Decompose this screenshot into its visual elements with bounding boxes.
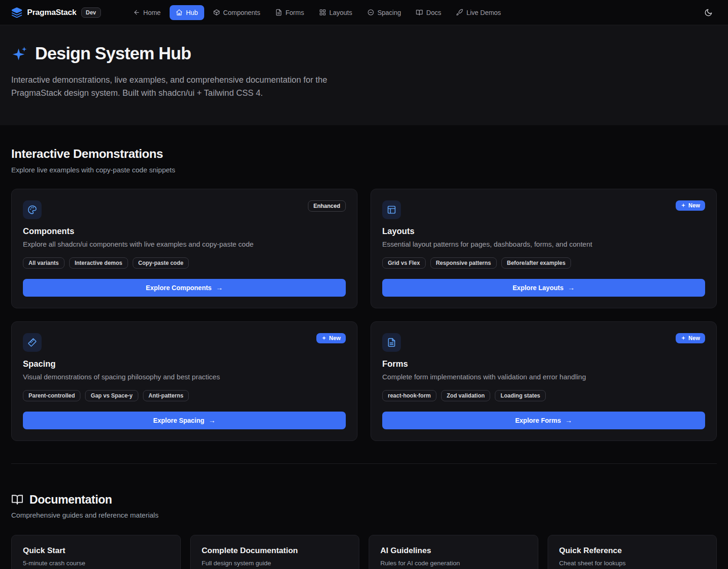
nav-item-home[interactable]: Home: [127, 5, 167, 20]
docs-heading: Documentation: [29, 493, 112, 506]
doc-card-title: Quick Start: [23, 546, 169, 555]
sparkle-icon: [321, 335, 327, 341]
tag-row: react-hook-form Zod validation Loading s…: [382, 390, 705, 401]
cta-label: Explore Components: [146, 284, 212, 292]
badge-label: New: [688, 202, 700, 209]
doc-card-title: Complete Documentation: [202, 546, 348, 555]
nav-item-label: Home: [143, 9, 161, 16]
tag-badge: Parent-controlled: [23, 390, 80, 401]
new-badge: New: [676, 200, 705, 211]
tag-badge: Responsive patterns: [430, 257, 497, 269]
doc-card-title: AI Guidelines: [380, 546, 527, 555]
demo-card-layouts: New Layouts Essential layout patterns fo…: [371, 189, 717, 308]
nav-item-label: Forms: [285, 9, 304, 16]
demos-heading: Interactive Demonstrations: [11, 147, 717, 161]
badge-label: New: [329, 335, 341, 341]
cta-label: Explore Forms: [515, 417, 561, 424]
cta-label: Explore Spacing: [153, 417, 205, 424]
card-description: Explore all shadcn/ui components with li…: [23, 240, 346, 248]
nav-item-label: Spacing: [378, 9, 401, 16]
file-text-icon: [275, 9, 282, 16]
cta-label: Explore Layouts: [513, 284, 564, 292]
demo-card-spacing: New Spacing Visual demonstrations of spa…: [11, 321, 357, 441]
nav-item-layouts[interactable]: Layouts: [313, 5, 358, 20]
nav-item-hub[interactable]: Hub: [170, 5, 204, 20]
layout-panels-icon: [382, 200, 401, 219]
book-open-icon: [11, 493, 23, 505]
explore-components-button[interactable]: Explore Components →: [23, 279, 346, 297]
nav-item-docs[interactable]: Docs: [410, 5, 447, 20]
arrow-right-icon: →: [208, 417, 215, 424]
card-title: Spacing: [23, 359, 346, 369]
env-badge: Dev: [81, 7, 101, 18]
doc-card-quick-start[interactable]: Quick Start 5-minute crash course: [11, 535, 181, 569]
doc-card-ai-guidelines[interactable]: AI Guidelines Rules for AI code generati…: [369, 535, 538, 569]
tag-badge: Anti-patterns: [143, 390, 189, 401]
tag-badge: Before/after examples: [501, 257, 571, 269]
tag-badge: react-hook-form: [382, 390, 436, 401]
doc-card-description: Rules for AI code generation: [380, 560, 527, 567]
nav-item-label: Layouts: [329, 9, 352, 16]
demo-card-forms: New Forms Complete form implementations …: [371, 321, 717, 441]
docs-cards-grid: Quick Start 5-minute crash course Comple…: [11, 535, 717, 569]
demo-card-components: Enhanced Components Explore all shadcn/u…: [11, 189, 357, 308]
nav-item-forms[interactable]: Forms: [269, 5, 310, 20]
tag-badge: Loading states: [495, 390, 546, 401]
docs-subheading: Comprehensive guides and reference mater…: [11, 511, 717, 519]
nav-item-label: Docs: [426, 9, 441, 16]
arrow-right-icon: →: [565, 417, 572, 424]
doc-card-complete-documentation[interactable]: Complete Documentation Full design syste…: [190, 535, 360, 569]
nav-item-label: Components: [223, 9, 260, 16]
explore-spacing-button[interactable]: Explore Spacing →: [23, 412, 346, 429]
doc-card-description: Cheat sheet for lookups: [559, 560, 706, 567]
doc-card-description: 5-minute crash course: [23, 560, 169, 567]
nav-item-live-demos[interactable]: Live Demos: [450, 5, 507, 20]
new-badge: New: [676, 333, 705, 343]
sparkles-icon: [11, 45, 28, 62]
card-description: Essential layout patterns for pages, das…: [382, 240, 705, 248]
rocket-icon: [456, 9, 463, 16]
spacing-icon: [367, 9, 374, 16]
nav-item-label: Live Demos: [466, 9, 501, 16]
tag-badge: Zod validation: [441, 390, 490, 401]
new-badge: New: [316, 333, 346, 343]
page-title: Design System Hub: [35, 44, 191, 64]
doc-card-description: Full design system guide: [202, 560, 348, 567]
home-icon: [176, 9, 183, 16]
tag-row: Parent-controlled Gap vs Space-y Anti-pa…: [23, 390, 346, 401]
ruler-icon: [23, 333, 42, 352]
card-title: Layouts: [382, 227, 705, 236]
nav-item-components[interactable]: Components: [207, 5, 266, 20]
nav-item-spacing[interactable]: Spacing: [361, 5, 407, 20]
sparkle-icon: [681, 203, 686, 208]
doc-card-title: Quick Reference: [559, 546, 706, 555]
card-description: Visual demonstrations of spacing philoso…: [23, 373, 346, 381]
layout-grid-icon: [319, 9, 326, 16]
brand[interactable]: PragmaStack Dev: [11, 7, 101, 18]
book-open-icon: [416, 9, 423, 16]
page-subtitle: Interactive demonstrations, live example…: [11, 74, 359, 100]
package-icon: [213, 9, 220, 16]
tag-row: Grid vs Flex Responsive patterns Before/…: [382, 257, 705, 269]
hero-section: Design System Hub Interactive demonstrat…: [0, 25, 728, 125]
documentation-section: Documentation Comprehensive guides and r…: [0, 464, 728, 569]
layers-logo-icon: [11, 7, 22, 18]
arrow-left-icon: [133, 9, 140, 16]
tag-badge: Gap vs Space-y: [85, 390, 138, 401]
tag-badge: Grid vs Flex: [382, 257, 426, 269]
explore-forms-button[interactable]: Explore Forms →: [382, 412, 705, 429]
nav-item-label: Hub: [186, 9, 198, 16]
explore-layouts-button[interactable]: Explore Layouts →: [382, 279, 705, 297]
arrow-right-icon: →: [216, 284, 223, 291]
file-text-icon: [382, 333, 401, 352]
demos-subheading: Explore live examples with copy-paste co…: [11, 166, 717, 174]
theme-toggle-button[interactable]: [700, 4, 717, 21]
doc-card-quick-reference[interactable]: Quick Reference Cheat sheet for lookups: [548, 535, 717, 569]
badge-label: New: [688, 335, 700, 341]
enhanced-badge: Enhanced: [308, 200, 346, 212]
top-navbar: PragmaStack Dev Home Hub Components Form…: [0, 0, 728, 25]
tag-row: All variants Interactive demos Copy-past…: [23, 257, 346, 269]
brand-name: PragmaStack: [27, 8, 77, 17]
card-title: Forms: [382, 359, 705, 369]
tag-badge: Copy-paste code: [133, 257, 189, 269]
